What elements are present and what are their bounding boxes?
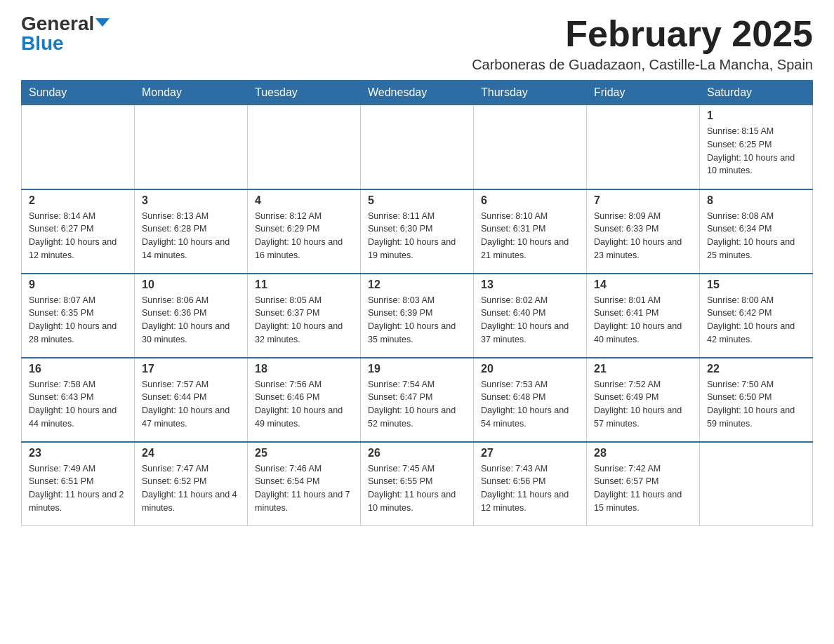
day-number: 13 — [481, 279, 579, 291]
day-info: Sunrise: 8:08 AMSunset: 6:34 PMDaylight:… — [707, 210, 805, 262]
page-header: General Blue February 2025 Carboneras de… — [21, 14, 813, 73]
day-info: Sunrise: 7:43 AMSunset: 6:56 PMDaylight:… — [481, 462, 579, 515]
day-info: Sunrise: 7:52 AMSunset: 6:49 PMDaylight:… — [594, 378, 692, 431]
logo-general-text: General — [21, 14, 94, 34]
day-info: Sunrise: 7:58 AMSunset: 6:43 PMDaylight:… — [29, 378, 127, 431]
day-info: Sunrise: 7:50 AMSunset: 6:50 PMDaylight:… — [707, 378, 805, 431]
day-number: 23 — [29, 447, 127, 459]
day-number: 12 — [368, 279, 466, 291]
day-number: 1 — [707, 109, 805, 122]
calendar-header-row: SundayMondayTuesdayWednesdayThursdayFrid… — [22, 81, 813, 105]
calendar-cell: 26Sunrise: 7:45 AMSunset: 6:55 PMDayligh… — [361, 442, 474, 526]
day-info: Sunrise: 7:49 AMSunset: 6:51 PMDaylight:… — [29, 462, 127, 515]
day-number: 9 — [29, 279, 127, 291]
day-info: Sunrise: 7:45 AMSunset: 6:55 PMDaylight:… — [368, 462, 466, 515]
column-header-saturday: Saturday — [700, 81, 813, 105]
day-number: 11 — [255, 279, 353, 291]
calendar-cell: 8Sunrise: 8:08 AMSunset: 6:34 PMDaylight… — [700, 189, 813, 274]
day-number: 4 — [255, 194, 353, 207]
calendar-cell — [135, 105, 248, 189]
day-number: 6 — [481, 194, 579, 207]
calendar-cell: 16Sunrise: 7:58 AMSunset: 6:43 PMDayligh… — [22, 358, 135, 442]
day-number: 10 — [142, 279, 240, 291]
day-number: 16 — [29, 363, 127, 375]
calendar-cell: 7Sunrise: 8:09 AMSunset: 6:33 PMDaylight… — [587, 189, 700, 274]
day-number: 25 — [255, 447, 353, 459]
calendar-cell: 19Sunrise: 7:54 AMSunset: 6:47 PMDayligh… — [361, 358, 474, 442]
calendar-week-3: 9Sunrise: 8:07 AMSunset: 6:35 PMDaylight… — [22, 274, 813, 358]
logo: General Blue — [21, 14, 110, 53]
day-info: Sunrise: 7:57 AMSunset: 6:44 PMDaylight:… — [142, 378, 240, 431]
calendar-cell — [22, 105, 135, 189]
day-number: 14 — [594, 279, 692, 291]
day-info: Sunrise: 7:54 AMSunset: 6:47 PMDaylight:… — [368, 378, 466, 431]
logo-arrow-icon — [95, 18, 110, 27]
day-number: 2 — [29, 194, 127, 207]
calendar-cell: 25Sunrise: 7:46 AMSunset: 6:54 PMDayligh… — [248, 442, 361, 526]
day-info: Sunrise: 8:05 AMSunset: 6:37 PMDaylight:… — [255, 294, 353, 347]
day-number: 27 — [481, 447, 579, 459]
calendar-week-5: 23Sunrise: 7:49 AMSunset: 6:51 PMDayligh… — [22, 442, 813, 526]
day-info: Sunrise: 7:53 AMSunset: 6:48 PMDaylight:… — [481, 378, 579, 431]
calendar-cell: 6Sunrise: 8:10 AMSunset: 6:31 PMDaylight… — [474, 189, 587, 274]
calendar-cell — [248, 105, 361, 189]
day-number: 22 — [707, 363, 805, 375]
title-section: February 2025 Carboneras de Guadazaon, C… — [472, 14, 813, 73]
column-header-monday: Monday — [135, 81, 248, 105]
calendar-week-2: 2Sunrise: 8:14 AMSunset: 6:27 PMDaylight… — [22, 189, 813, 274]
calendar-cell: 2Sunrise: 8:14 AMSunset: 6:27 PMDaylight… — [22, 189, 135, 274]
day-number: 20 — [481, 363, 579, 375]
day-info: Sunrise: 8:14 AMSunset: 6:27 PMDaylight:… — [29, 210, 127, 262]
day-info: Sunrise: 8:03 AMSunset: 6:39 PMDaylight:… — [368, 294, 466, 347]
day-info: Sunrise: 8:00 AMSunset: 6:42 PMDaylight:… — [707, 294, 805, 347]
calendar-cell: 13Sunrise: 8:02 AMSunset: 6:40 PMDayligh… — [474, 274, 587, 358]
day-info: Sunrise: 8:10 AMSunset: 6:31 PMDaylight:… — [481, 210, 579, 262]
calendar-cell: 14Sunrise: 8:01 AMSunset: 6:41 PMDayligh… — [587, 274, 700, 358]
day-number: 24 — [142, 447, 240, 459]
location-title: Carboneras de Guadazaon, Castille-La Man… — [472, 57, 813, 73]
calendar-cell — [587, 105, 700, 189]
calendar-cell: 24Sunrise: 7:47 AMSunset: 6:52 PMDayligh… — [135, 442, 248, 526]
calendar-cell: 3Sunrise: 8:13 AMSunset: 6:28 PMDaylight… — [135, 189, 248, 274]
day-info: Sunrise: 8:12 AMSunset: 6:29 PMDaylight:… — [255, 210, 353, 262]
day-info: Sunrise: 8:15 AMSunset: 6:25 PMDaylight:… — [707, 125, 805, 177]
day-info: Sunrise: 7:46 AMSunset: 6:54 PMDaylight:… — [255, 462, 353, 515]
calendar-cell: 11Sunrise: 8:05 AMSunset: 6:37 PMDayligh… — [248, 274, 361, 358]
calendar-cell: 15Sunrise: 8:00 AMSunset: 6:42 PMDayligh… — [700, 274, 813, 358]
day-number: 3 — [142, 194, 240, 207]
day-info: Sunrise: 8:06 AMSunset: 6:36 PMDaylight:… — [142, 294, 240, 347]
calendar-cell: 23Sunrise: 7:49 AMSunset: 6:51 PMDayligh… — [22, 442, 135, 526]
day-number: 17 — [142, 363, 240, 375]
day-info: Sunrise: 8:07 AMSunset: 6:35 PMDaylight:… — [29, 294, 127, 347]
day-info: Sunrise: 8:02 AMSunset: 6:40 PMDaylight:… — [481, 294, 579, 347]
day-number: 15 — [707, 279, 805, 291]
calendar-cell: 18Sunrise: 7:56 AMSunset: 6:46 PMDayligh… — [248, 358, 361, 442]
calendar-cell: 10Sunrise: 8:06 AMSunset: 6:36 PMDayligh… — [135, 274, 248, 358]
column-header-tuesday: Tuesday — [248, 81, 361, 105]
day-info: Sunrise: 8:11 AMSunset: 6:30 PMDaylight:… — [368, 210, 466, 262]
calendar-cell: 22Sunrise: 7:50 AMSunset: 6:50 PMDayligh… — [700, 358, 813, 442]
calendar-cell — [361, 105, 474, 189]
column-header-friday: Friday — [587, 81, 700, 105]
calendar-cell: 27Sunrise: 7:43 AMSunset: 6:56 PMDayligh… — [474, 442, 587, 526]
column-header-sunday: Sunday — [22, 81, 135, 105]
calendar-cell: 12Sunrise: 8:03 AMSunset: 6:39 PMDayligh… — [361, 274, 474, 358]
logo-blue-text: Blue — [21, 34, 64, 53]
day-info: Sunrise: 8:09 AMSunset: 6:33 PMDaylight:… — [594, 210, 692, 262]
calendar-table: SundayMondayTuesdayWednesdayThursdayFrid… — [21, 80, 813, 526]
day-info: Sunrise: 7:42 AMSunset: 6:57 PMDaylight:… — [594, 462, 692, 515]
calendar-cell: 21Sunrise: 7:52 AMSunset: 6:49 PMDayligh… — [587, 358, 700, 442]
calendar-cell: 5Sunrise: 8:11 AMSunset: 6:30 PMDaylight… — [361, 189, 474, 274]
calendar-week-4: 16Sunrise: 7:58 AMSunset: 6:43 PMDayligh… — [22, 358, 813, 442]
day-number: 19 — [368, 363, 466, 375]
calendar-cell: 9Sunrise: 8:07 AMSunset: 6:35 PMDaylight… — [22, 274, 135, 358]
calendar-cell: 17Sunrise: 7:57 AMSunset: 6:44 PMDayligh… — [135, 358, 248, 442]
calendar-cell — [700, 442, 813, 526]
day-number: 26 — [368, 447, 466, 459]
column-header-thursday: Thursday — [474, 81, 587, 105]
calendar-cell — [474, 105, 587, 189]
calendar-week-1: 1Sunrise: 8:15 AMSunset: 6:25 PMDaylight… — [22, 105, 813, 189]
day-info: Sunrise: 8:13 AMSunset: 6:28 PMDaylight:… — [142, 210, 240, 262]
day-info: Sunrise: 7:47 AMSunset: 6:52 PMDaylight:… — [142, 462, 240, 515]
day-number: 18 — [255, 363, 353, 375]
